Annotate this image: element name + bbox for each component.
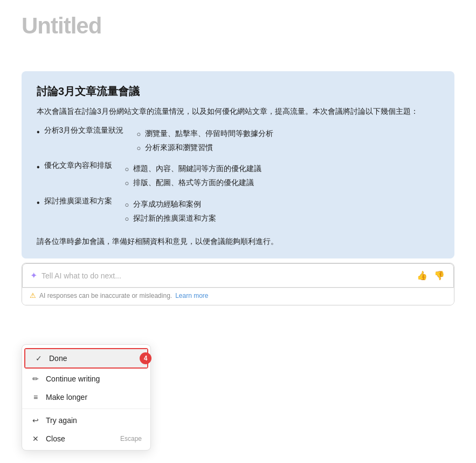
list-item-text: 探討推廣渠道和方案: [44, 196, 112, 206]
continue-writing-label: Continue writing: [46, 375, 100, 383]
warning-icon: ⚠: [30, 291, 36, 299]
badge-4: 4: [140, 352, 151, 364]
checkmark-icon: ✓: [34, 354, 44, 363]
done-item-wrapper: ✓ Done 4: [22, 348, 150, 369]
learn-more-link[interactable]: Learn more: [175, 292, 208, 299]
list-item-text: 分析3月份文章流量狀況: [44, 126, 124, 135]
dropdown-item-close[interactable]: ✕ Close Escape: [22, 430, 150, 448]
retry-icon: ↩: [31, 416, 40, 425]
done-item-border: ✓ Done 4: [24, 348, 148, 369]
ai-input-bar: ✦ Tell AI what to do next... 👍 👎: [22, 263, 454, 288]
dropdown-menu: ✓ Done 4 ✏ Continue writing ≡ Make longe…: [22, 344, 151, 451]
content-card: 討論3月文章流量會議 本次會議旨在討論3月份網站文章的流量情況，以及如何優化網站…: [22, 71, 454, 258]
card-footer: 請各位準時參加會議，準備好相關資料和意見，以便會議能夠順利進行。: [37, 235, 439, 248]
sublist-item: 瀏覽量、點擊率、停留時間等數據分析: [136, 129, 273, 140]
try-again-label: Try again: [46, 416, 77, 425]
ai-sparkle-icon: ✦: [30, 270, 37, 281]
pencil-icon: ✏: [31, 375, 40, 383]
list-item: 分析3月份文章流量狀況 瀏覽量、點擊率、停留時間等數據分析 分析來源和瀏覽習慣: [37, 126, 439, 157]
card-heading: 討論3月文章流量會議: [37, 84, 439, 99]
dropdown-item-make-longer[interactable]: ≡ Make longer: [22, 388, 150, 406]
list-item-text: 優化文章內容和排版: [44, 161, 112, 171]
thumbs-down-button[interactable]: 👎: [433, 269, 446, 282]
disclaimer-text: AI responses can be inaccurate or mislea…: [39, 292, 172, 299]
sublist-item: 分享成功經驗和案例: [125, 200, 217, 211]
sublist-item: 探討新的推廣渠道和方案: [125, 214, 217, 225]
lines-icon: ≡: [31, 393, 40, 401]
ai-actions: 👍 👎: [416, 269, 446, 282]
card-sublist: 瀏覽量、點擊率、停留時間等數據分析 分析來源和瀏覽習慣: [136, 129, 273, 157]
make-longer-label: Make longer: [46, 393, 87, 401]
close-icon: ✕: [31, 434, 40, 443]
card-intro: 本次會議旨在討論3月份網站文章的流量情況，以及如何優化網站文章，提高流量。本次會…: [37, 105, 439, 118]
card-sublist: 分享成功經驗和案例 探討新的推廣渠道和方案: [125, 200, 217, 228]
page-container: Untitled 討論3月文章流量會議 本次會議旨在討論3月份網站文章的流量情況…: [0, 0, 476, 463]
close-shortcut: Escape: [120, 435, 142, 442]
done-label: Done: [49, 354, 67, 363]
ai-input-placeholder[interactable]: Tell AI what to do next...: [42, 271, 411, 280]
ai-input-bar-wrapper: ✦ Tell AI what to do next... 👍 👎 ⚠ AI re…: [22, 263, 454, 305]
list-item: 探討推廣渠道和方案 分享成功經驗和案例 探討新的推廣渠道和方案: [37, 196, 439, 228]
ai-disclaimer: ⚠ AI responses can be inaccurate or misl…: [22, 288, 454, 305]
card-sublist: 標題、內容、關鍵詞等方面的優化建議 排版、配圖、格式等方面的優化建議: [125, 164, 262, 192]
card-main-list: 分析3月份文章流量狀況 瀏覽量、點擊率、停留時間等數據分析 分析來源和瀏覽習慣 …: [37, 126, 439, 228]
dropdown-item-continue-writing[interactable]: ✏ Continue writing: [22, 370, 150, 388]
dropdown-item-done[interactable]: ✓ Done 4: [25, 349, 147, 367]
thumbs-up-button[interactable]: 👍: [416, 269, 429, 282]
sublist-item: 排版、配圖、格式等方面的優化建議: [125, 178, 262, 189]
list-item: 優化文章內容和排版 標題、內容、關鍵詞等方面的優化建議 排版、配圖、格式等方面的…: [37, 161, 439, 192]
dropdown-divider: [22, 408, 150, 409]
sublist-item: 標題、內容、關鍵詞等方面的優化建議: [125, 164, 262, 175]
page-title: Untitled: [22, 13, 454, 39]
close-label: Close: [46, 434, 65, 443]
dropdown-item-try-again[interactable]: ↩ Try again: [22, 411, 150, 430]
sublist-item: 分析來源和瀏覽習慣: [136, 143, 273, 154]
